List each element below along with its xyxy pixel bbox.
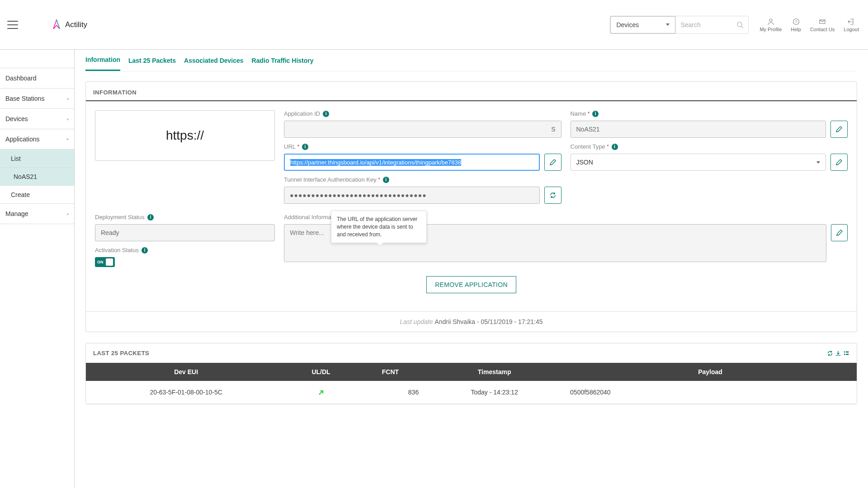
col-dev-eui: Dev EUI (86, 363, 286, 381)
chevron-up-icon: ‹ (65, 138, 71, 140)
svg-line-1 (741, 26, 743, 28)
cell-payload: 0500f5862040 (564, 381, 857, 404)
sidebar-sub-create[interactable]: Create (0, 186, 74, 204)
entity-type-label: Devices (616, 21, 639, 28)
tab-radio-traffic-history[interactable]: Radio Traffic History (252, 51, 314, 70)
table-row[interactable]: 20-63-5F-01-08-00-10-5C ➔ 836 Today - 14… (86, 381, 857, 404)
info-icon[interactable]: i (383, 177, 389, 183)
help-link[interactable]: ? Help (786, 15, 806, 35)
logo-icon (51, 19, 62, 31)
last-update-footer: Last update Andrii Shvaika - 05/11/2019 … (86, 311, 857, 332)
sidebar-sub-list[interactable]: List (0, 150, 74, 168)
info-icon[interactable]: i (323, 111, 329, 117)
application-id-field: S (284, 121, 561, 138)
sidebar-item-devices[interactable]: Devices‹ (0, 109, 74, 129)
protocol-display: https:// (95, 110, 275, 161)
info-icon[interactable]: i (302, 144, 308, 150)
hamburger-menu-icon[interactable] (7, 21, 18, 29)
information-panel-title: INFORMATION (86, 82, 857, 101)
user-icon (767, 18, 774, 26)
entity-type-select[interactable]: Devices (610, 16, 675, 34)
chevron-down-icon (666, 23, 670, 26)
cell-fcnt: 836 (356, 381, 425, 404)
cell-uldl: ➔ (286, 381, 355, 404)
content-type-select[interactable]: JSON (571, 154, 826, 171)
refresh-packets-icon[interactable] (827, 350, 833, 357)
sidebar-item-applications[interactable]: Applications‹ (0, 129, 74, 150)
regenerate-key-button[interactable] (544, 187, 561, 204)
svg-text:?: ? (795, 19, 797, 24)
info-icon[interactable]: i (142, 247, 148, 253)
chevron-down-icon (816, 161, 820, 164)
my-profile-link[interactable]: My Profile (755, 15, 786, 35)
application-id-label: Application ID i (284, 110, 561, 117)
sidebar-item-base-stations[interactable]: Base Stations‹ (0, 89, 74, 109)
edit-name-button[interactable] (830, 121, 848, 138)
url-input[interactable]: https://partner.thingsboard.io/api/v1/in… (284, 154, 540, 171)
remove-application-button[interactable]: REMOVE APPLICATION (426, 276, 516, 293)
view-mode-icon[interactable] (843, 350, 849, 357)
search-icon[interactable] (736, 21, 744, 28)
svg-point-2 (769, 19, 772, 22)
url-tooltip: The URL of the application server where … (331, 211, 427, 243)
sidebar-sub-detail[interactable]: NoAS21 (0, 168, 74, 186)
svg-rect-8 (844, 353, 845, 355)
svg-rect-9 (846, 353, 849, 355)
info-icon[interactable]: i (592, 111, 599, 117)
info-icon[interactable]: i (147, 214, 154, 221)
sidebar-item-manage[interactable]: Manage‹ (0, 204, 74, 224)
help-icon: ? (793, 18, 800, 26)
tab-last-25-packets[interactable]: Last 25 Packets (128, 51, 176, 70)
logout-icon (848, 18, 855, 26)
col-timestamp: Timestamp (425, 363, 564, 381)
brand-name: Actility (65, 20, 87, 29)
url-label: URL* i (284, 143, 561, 150)
deployment-status-label: Deployment Status i (95, 214, 275, 221)
svg-rect-6 (844, 351, 845, 352)
content-type-label: Content Type* i (571, 143, 848, 150)
edit-additional-info-button[interactable] (831, 224, 848, 241)
logout-link[interactable]: Logout (839, 15, 863, 35)
info-icon[interactable]: i (612, 144, 618, 150)
chevron-left-icon: ‹ (67, 116, 69, 122)
col-uldl: UL/DL (286, 363, 355, 381)
col-fcnt: FCNT (356, 363, 425, 381)
col-payload: Payload (564, 363, 857, 381)
contact-us-link[interactable]: Contact Us (806, 15, 839, 35)
export-packets-icon[interactable] (835, 350, 841, 357)
edit-content-type-button[interactable] (830, 154, 848, 171)
chevron-left-icon: ‹ (67, 211, 69, 216)
tab-associated-devices[interactable]: Associated Devices (184, 51, 244, 70)
cell-dev-eui: 20-63-5F-01-08-00-10-5C (86, 381, 286, 404)
search-input[interactable] (680, 21, 736, 28)
name-label: Name* i (571, 110, 848, 117)
cell-timestamp: Today - 14:23:12 (425, 381, 564, 404)
edit-url-button[interactable] (544, 154, 561, 171)
uplink-arrow-icon: ➔ (315, 386, 327, 398)
svg-point-0 (737, 22, 742, 27)
mail-icon (819, 18, 826, 26)
tunnel-key-label: Tunnel Interface Authentication Key* i (284, 176, 561, 183)
brand-logo: Actility (51, 19, 87, 31)
activation-status-label: Activation Status i (95, 247, 275, 253)
toggle-knob (106, 258, 113, 266)
deployment-status-field: Ready (95, 224, 275, 241)
sidebar-item-dashboard[interactable]: Dashboard (0, 68, 74, 89)
tab-information[interactable]: Information (85, 50, 120, 71)
packets-panel-title: LAST 25 PACKETS (93, 350, 149, 357)
svg-rect-7 (846, 351, 849, 352)
name-field: NoAS21 (571, 121, 826, 138)
activation-toggle[interactable]: ON (95, 257, 115, 267)
chevron-left-icon: ‹ (67, 96, 69, 101)
tunnel-key-field: ●●●●●●●●●●●●●●●●●●●●●●●●●●●●●●●● (284, 187, 540, 204)
